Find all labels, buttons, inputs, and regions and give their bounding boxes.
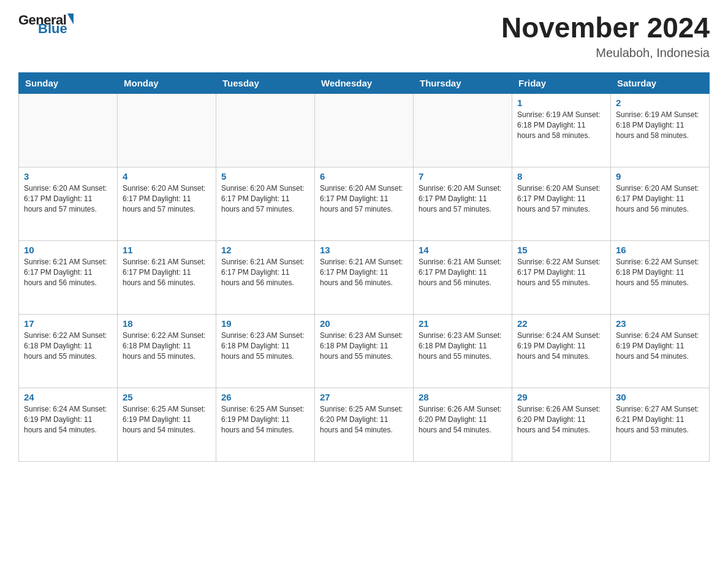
day-number: 24 bbox=[24, 392, 112, 402]
location-subtitle: Meulaboh, Indonesia bbox=[501, 46, 710, 60]
calendar-cell: 16Sunrise: 6:22 AM Sunset: 6:18 PM Dayli… bbox=[611, 240, 710, 314]
day-number: 7 bbox=[419, 171, 507, 182]
day-number: 19 bbox=[221, 318, 309, 329]
day-number: 5 bbox=[221, 171, 309, 182]
day-number: 20 bbox=[320, 318, 408, 329]
day-number: 27 bbox=[320, 392, 408, 402]
calendar-cell: 6Sunrise: 6:20 AM Sunset: 6:17 PM Daylig… bbox=[315, 167, 414, 240]
calendar-cell bbox=[19, 93, 118, 167]
day-info: Sunrise: 6:22 AM Sunset: 6:18 PM Dayligh… bbox=[24, 331, 112, 362]
title-section: November 2024 Meulaboh, Indonesia bbox=[501, 12, 710, 60]
day-number: 18 bbox=[123, 318, 211, 329]
day-info: Sunrise: 6:24 AM Sunset: 6:19 PM Dayligh… bbox=[517, 331, 605, 362]
calendar-day-header: Sunday bbox=[19, 72, 118, 93]
logo-triangle-icon bbox=[67, 13, 74, 25]
day-info: Sunrise: 6:20 AM Sunset: 6:17 PM Dayligh… bbox=[320, 183, 408, 215]
calendar-cell: 24Sunrise: 6:24 AM Sunset: 6:19 PM Dayli… bbox=[19, 388, 118, 461]
day-info: Sunrise: 6:21 AM Sunset: 6:17 PM Dayligh… bbox=[123, 257, 211, 289]
day-number: 8 bbox=[517, 171, 605, 182]
calendar-week-row: 1Sunrise: 6:19 AM Sunset: 6:18 PM Daylig… bbox=[19, 93, 710, 167]
calendar-day-header: Friday bbox=[512, 72, 611, 93]
day-number: 26 bbox=[221, 392, 309, 402]
calendar-week-row: 24Sunrise: 6:24 AM Sunset: 6:19 PM Dayli… bbox=[19, 388, 710, 461]
day-info: Sunrise: 6:20 AM Sunset: 6:17 PM Dayligh… bbox=[221, 183, 309, 215]
calendar-table: SundayMondayTuesdayWednesdayThursdayFrid… bbox=[18, 72, 710, 462]
calendar-cell: 17Sunrise: 6:22 AM Sunset: 6:18 PM Dayli… bbox=[19, 314, 118, 388]
day-number: 2 bbox=[616, 98, 704, 108]
day-number: 29 bbox=[517, 392, 605, 402]
day-info: Sunrise: 6:23 AM Sunset: 6:18 PM Dayligh… bbox=[221, 331, 309, 362]
day-info: Sunrise: 6:25 AM Sunset: 6:19 PM Dayligh… bbox=[123, 404, 211, 436]
calendar-day-header: Wednesday bbox=[315, 72, 414, 93]
day-number: 13 bbox=[320, 245, 408, 255]
calendar-cell: 4Sunrise: 6:20 AM Sunset: 6:17 PM Daylig… bbox=[118, 167, 216, 240]
calendar-cell: 27Sunrise: 6:25 AM Sunset: 6:20 PM Dayli… bbox=[315, 388, 414, 461]
day-number: 25 bbox=[123, 392, 211, 402]
month-title: November 2024 bbox=[501, 12, 710, 44]
day-info: Sunrise: 6:21 AM Sunset: 6:17 PM Dayligh… bbox=[419, 257, 507, 289]
day-number: 1 bbox=[517, 98, 605, 108]
day-info: Sunrise: 6:24 AM Sunset: 6:19 PM Dayligh… bbox=[24, 404, 112, 436]
day-number: 4 bbox=[123, 171, 211, 182]
calendar-cell: 28Sunrise: 6:26 AM Sunset: 6:20 PM Dayli… bbox=[414, 388, 512, 461]
day-info: Sunrise: 6:20 AM Sunset: 6:17 PM Dayligh… bbox=[616, 183, 704, 215]
day-info: Sunrise: 6:25 AM Sunset: 6:19 PM Dayligh… bbox=[221, 404, 309, 436]
day-info: Sunrise: 6:22 AM Sunset: 6:17 PM Dayligh… bbox=[517, 257, 605, 289]
day-info: Sunrise: 6:19 AM Sunset: 6:18 PM Dayligh… bbox=[517, 110, 605, 142]
calendar-cell: 30Sunrise: 6:27 AM Sunset: 6:21 PM Dayli… bbox=[611, 388, 710, 461]
day-info: Sunrise: 6:23 AM Sunset: 6:18 PM Dayligh… bbox=[419, 331, 507, 362]
day-info: Sunrise: 6:19 AM Sunset: 6:18 PM Dayligh… bbox=[616, 110, 704, 142]
day-info: Sunrise: 6:20 AM Sunset: 6:17 PM Dayligh… bbox=[517, 183, 605, 215]
calendar-cell: 26Sunrise: 6:25 AM Sunset: 6:19 PM Dayli… bbox=[216, 388, 315, 461]
calendar-cell: 14Sunrise: 6:21 AM Sunset: 6:17 PM Dayli… bbox=[414, 240, 512, 314]
calendar-day-header: Tuesday bbox=[216, 72, 315, 93]
calendar-cell: 21Sunrise: 6:23 AM Sunset: 6:18 PM Dayli… bbox=[414, 314, 512, 388]
calendar-cell: 9Sunrise: 6:20 AM Sunset: 6:17 PM Daylig… bbox=[611, 167, 710, 240]
calendar-cell: 8Sunrise: 6:20 AM Sunset: 6:17 PM Daylig… bbox=[512, 167, 611, 240]
day-number: 17 bbox=[24, 318, 112, 329]
day-info: Sunrise: 6:26 AM Sunset: 6:20 PM Dayligh… bbox=[419, 404, 507, 436]
day-info: Sunrise: 6:21 AM Sunset: 6:17 PM Dayligh… bbox=[320, 257, 408, 289]
calendar-cell: 18Sunrise: 6:22 AM Sunset: 6:18 PM Dayli… bbox=[118, 314, 216, 388]
day-number: 11 bbox=[123, 245, 211, 255]
logo-blue-text: Blue bbox=[37, 21, 67, 37]
calendar-cell: 2Sunrise: 6:19 AM Sunset: 6:18 PM Daylig… bbox=[611, 93, 710, 167]
calendar-week-row: 3Sunrise: 6:20 AM Sunset: 6:17 PM Daylig… bbox=[19, 167, 710, 240]
day-number: 15 bbox=[517, 245, 605, 255]
day-info: Sunrise: 6:20 AM Sunset: 6:17 PM Dayligh… bbox=[123, 183, 211, 215]
calendar-cell: 19Sunrise: 6:23 AM Sunset: 6:18 PM Dayli… bbox=[216, 314, 315, 388]
calendar-cell: 22Sunrise: 6:24 AM Sunset: 6:19 PM Dayli… bbox=[512, 314, 611, 388]
day-number: 28 bbox=[419, 392, 507, 402]
day-info: Sunrise: 6:21 AM Sunset: 6:17 PM Dayligh… bbox=[221, 257, 309, 289]
day-info: Sunrise: 6:24 AM Sunset: 6:19 PM Dayligh… bbox=[616, 331, 704, 362]
calendar-cell: 29Sunrise: 6:26 AM Sunset: 6:20 PM Dayli… bbox=[512, 388, 611, 461]
day-number: 16 bbox=[616, 245, 704, 255]
calendar-day-header: Saturday bbox=[611, 72, 710, 93]
calendar-cell: 11Sunrise: 6:21 AM Sunset: 6:17 PM Dayli… bbox=[118, 240, 216, 314]
day-number: 10 bbox=[24, 245, 112, 255]
calendar-cell: 7Sunrise: 6:20 AM Sunset: 6:17 PM Daylig… bbox=[414, 167, 512, 240]
day-number: 12 bbox=[221, 245, 309, 255]
day-number: 3 bbox=[24, 171, 112, 182]
day-number: 6 bbox=[320, 171, 408, 182]
calendar-day-header: Monday bbox=[118, 72, 216, 93]
calendar-cell bbox=[118, 93, 216, 167]
calendar-week-row: 17Sunrise: 6:22 AM Sunset: 6:18 PM Dayli… bbox=[19, 314, 710, 388]
calendar-cell: 15Sunrise: 6:22 AM Sunset: 6:17 PM Dayli… bbox=[512, 240, 611, 314]
calendar-week-row: 10Sunrise: 6:21 AM Sunset: 6:17 PM Dayli… bbox=[19, 240, 710, 314]
calendar-cell bbox=[315, 93, 414, 167]
day-info: Sunrise: 6:22 AM Sunset: 6:18 PM Dayligh… bbox=[123, 331, 211, 362]
day-info: Sunrise: 6:25 AM Sunset: 6:20 PM Dayligh… bbox=[320, 404, 408, 436]
calendar-cell: 1Sunrise: 6:19 AM Sunset: 6:18 PM Daylig… bbox=[512, 93, 611, 167]
day-info: Sunrise: 6:21 AM Sunset: 6:17 PM Dayligh… bbox=[24, 257, 112, 289]
calendar-cell: 23Sunrise: 6:24 AM Sunset: 6:19 PM Dayli… bbox=[611, 314, 710, 388]
calendar-cell bbox=[414, 93, 512, 167]
day-number: 23 bbox=[616, 318, 704, 329]
calendar-cell bbox=[216, 93, 315, 167]
logo: General Blue bbox=[18, 12, 74, 37]
day-number: 21 bbox=[419, 318, 507, 329]
calendar-cell: 12Sunrise: 6:21 AM Sunset: 6:17 PM Dayli… bbox=[216, 240, 315, 314]
day-number: 14 bbox=[419, 245, 507, 255]
day-info: Sunrise: 6:22 AM Sunset: 6:18 PM Dayligh… bbox=[616, 257, 704, 289]
day-info: Sunrise: 6:20 AM Sunset: 6:17 PM Dayligh… bbox=[24, 183, 112, 215]
